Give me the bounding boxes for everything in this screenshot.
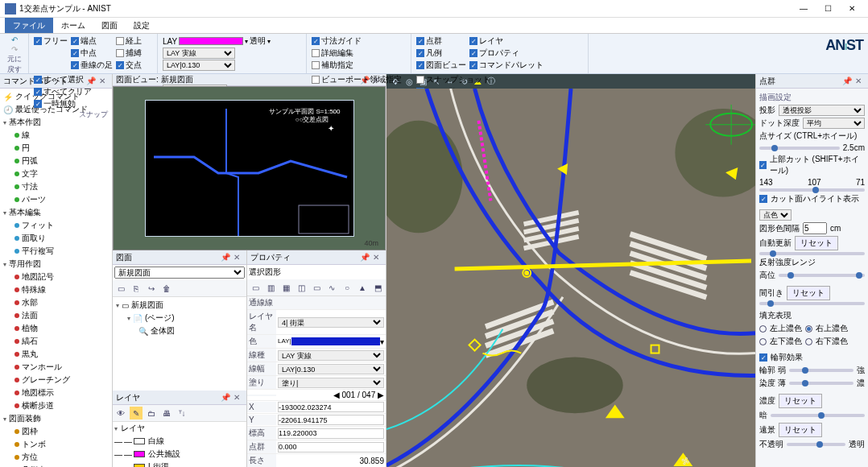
hl-check[interactable]: ✓ <box>759 195 767 203</box>
prop-tengun-input[interactable] <box>278 442 384 453</box>
laysen-select[interactable]: LAY 実線 <box>163 48 235 59</box>
tree-item[interactable]: 文字 <box>13 167 110 180</box>
check-kouten[interactable]: ✓ <box>116 61 124 69</box>
check-hojou[interactable] <box>312 61 320 69</box>
check-command[interactable]: ✓ <box>469 61 477 69</box>
prop-elev-input[interactable] <box>278 428 384 439</box>
pin-icon[interactable]: 📌 <box>842 76 852 85</box>
close-icon[interactable]: ✕ <box>373 253 382 262</box>
tree-item[interactable]: フィット <box>13 219 110 232</box>
rinkaku-slider1[interactable] <box>789 369 854 372</box>
radio-r4[interactable] <box>805 338 812 345</box>
uecut-check[interactable]: ✓ <box>759 161 767 169</box>
check-tengun[interactable]: ✓ <box>416 37 424 45</box>
uecut-slider[interactable] <box>759 188 865 192</box>
reset-button[interactable]: リセット <box>795 236 838 250</box>
prop-width-select[interactable]: LAY|0.130 <box>278 364 384 374</box>
tree-item[interactable]: 地図標示 <box>13 386 110 399</box>
tab-home[interactable]: ホーム <box>53 18 93 33</box>
tree-item[interactable]: マンホール <box>13 361 110 374</box>
check-zumen-m[interactable]: ✓ <box>416 61 424 69</box>
tree-page[interactable]: 📄(ページ) <box>126 312 245 324</box>
dark-slider[interactable] <box>771 414 865 417</box>
check-all[interactable]: ✓ <box>34 76 42 84</box>
check-prop[interactable]: ✓ <box>469 49 477 57</box>
layh-select[interactable]: LAY|0.130 <box>163 60 235 71</box>
tab-drawing[interactable]: 図面 <box>93 18 126 33</box>
prop-line-select[interactable]: LAY 実線 <box>278 350 384 361</box>
tree-item[interactable]: 寸法 <box>13 180 110 193</box>
layer-row[interactable]: ——L街渠 <box>113 461 246 467</box>
close-icon[interactable]: ✕ <box>855 76 865 85</box>
p9-icon[interactable]: ⬒ <box>371 281 384 294</box>
tab-file[interactable]: ファイル <box>5 18 53 33</box>
check-chuten[interactable]: ✓ <box>71 49 79 57</box>
tree-item[interactable]: 特殊線 <box>13 283 110 296</box>
layer-row[interactable]: ——公共施設 <box>113 448 246 461</box>
check-hojiten[interactable] <box>116 49 124 57</box>
prop-y-input[interactable] <box>278 415 384 425</box>
tree-root[interactable]: ▭新規図面 <box>114 299 245 312</box>
check-sunpou[interactable]: ✓ <box>312 37 320 45</box>
print-icon[interactable]: 🖶 <box>160 407 173 419</box>
pin-icon[interactable]: 📌 <box>221 393 230 402</box>
check-clear[interactable]: ✓ <box>34 88 42 96</box>
tree-item[interactable]: 図枠 <box>13 425 110 438</box>
dotdepth-select[interactable]: 平均 <box>803 118 865 129</box>
tree-item[interactable]: 平行複写 <box>13 245 110 258</box>
undo-icon[interactable]: ↶ <box>11 35 18 44</box>
check-hanrei[interactable]: ✓ <box>416 49 424 57</box>
maximize-button[interactable]: ☐ <box>816 2 839 16</box>
zumen-select[interactable]: 新規図面 <box>114 267 245 279</box>
interval-input[interactable] <box>803 222 827 234</box>
tree-item[interactable]: トンボ <box>13 438 110 451</box>
p8-icon[interactable]: ▲ <box>356 281 369 294</box>
rinkaku-slider2[interactable] <box>789 382 854 385</box>
tree-child[interactable]: 🔍全体図 <box>137 324 245 337</box>
radio-r2[interactable] <box>805 325 812 333</box>
pin-icon[interactable]: 📌 <box>360 253 370 262</box>
tree-item[interactable]: 線 <box>13 129 110 142</box>
check-suisen[interactable]: ✓ <box>71 61 79 69</box>
check-tanten[interactable]: ✓ <box>71 37 79 45</box>
reset-button-2[interactable]: リセット <box>787 286 830 300</box>
far-slider[interactable] <box>787 443 845 446</box>
tree-item[interactable]: 面取り <box>13 232 110 245</box>
delete-icon[interactable]: 🗑 <box>160 282 173 295</box>
check-keijo[interactable] <box>116 37 124 45</box>
p1-icon[interactable]: ▭ <box>249 281 262 294</box>
redo-icon[interactable]: ↷ <box>11 45 18 54</box>
pin-icon[interactable]: 📌 <box>221 253 230 262</box>
reset-button-4[interactable]: リセット <box>779 423 822 437</box>
radio-r3[interactable] <box>759 338 767 345</box>
edit-icon[interactable]: ✎ <box>130 407 143 419</box>
projection-select[interactable]: 透視投影 <box>779 105 865 116</box>
search-icon[interactable]: ᵀ↓ <box>176 407 188 419</box>
minimize-button[interactable]: — <box>792 2 815 16</box>
mabiki-slider[interactable] <box>759 302 865 305</box>
refl-slider[interactable] <box>779 274 865 277</box>
tree-item[interactable]: 縞石 <box>13 335 110 348</box>
prop-x-input[interactable] <box>278 402 384 412</box>
color-swatch[interactable] <box>291 337 380 345</box>
drawing-preview[interactable]: サンプル平面図 S=1:500 ○○交差点図 ✦ 40m <box>113 86 386 250</box>
layer-row[interactable]: ——白線 <box>113 435 246 448</box>
p2-icon[interactable]: ▥ <box>264 281 277 294</box>
tree-item[interactable]: 円 <box>13 142 110 155</box>
radio-r1[interactable] <box>759 325 767 333</box>
p4-icon[interactable]: ◫ <box>295 281 308 294</box>
tree-item[interactable]: 方位 <box>13 451 110 464</box>
p6-icon[interactable]: ∿ <box>325 281 338 294</box>
p7-icon[interactable]: ○ <box>341 281 353 294</box>
copy-icon[interactable]: ⎘ <box>130 282 143 295</box>
tree-item[interactable]: グレーチング <box>13 374 110 386</box>
tree-item[interactable]: 円弧 <box>13 155 110 167</box>
check-shousai[interactable] <box>312 49 320 57</box>
dotsize-slider[interactable] <box>759 147 840 150</box>
command-tree[interactable]: ⚡クイックコマンド 🕘最近使ったコマンド 基本作図 線円円弧文字寸法パーツ 基本… <box>0 89 112 467</box>
rinkaku-check[interactable]: ✓ <box>759 353 767 362</box>
tab-settings[interactable]: 設定 <box>126 18 158 33</box>
arrow-icon[interactable]: ↪ <box>145 282 158 295</box>
tree-item[interactable]: 水部 <box>13 296 110 309</box>
check-snapshot[interactable] <box>416 76 424 84</box>
